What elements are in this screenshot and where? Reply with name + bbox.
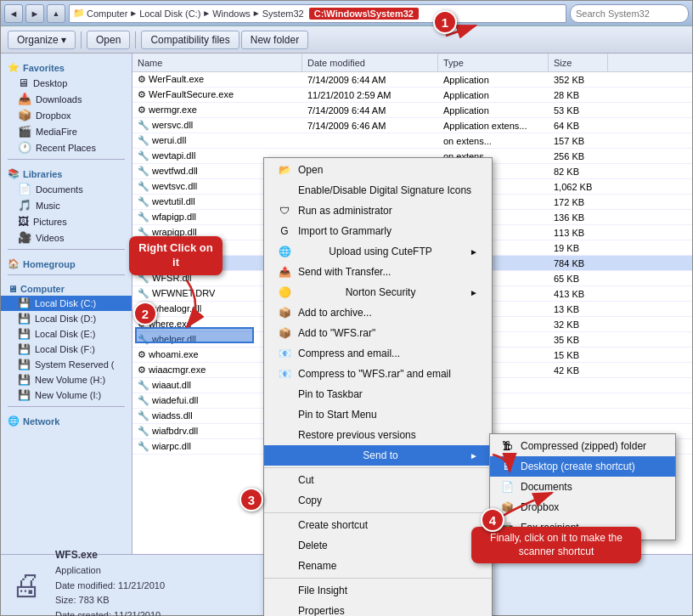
address-bar[interactable]: 📁 Computer ► Local Disk (C:) ► Windows ►… <box>69 4 566 23</box>
ctx-item-label: Norton Security <box>346 286 416 298</box>
context-menu-item[interactable]: GImport to Grammarly <box>264 221 492 241</box>
open-button[interactable]: Open <box>87 31 130 49</box>
ctx-item-icon <box>278 408 291 421</box>
file-type-cell: Application <box>438 105 549 116</box>
ctx-item-icon <box>278 428 291 442</box>
file-size-cell: 13 KB <box>549 304 608 314</box>
sidebar-item-desktop[interactable]: 🖥 Desktop <box>1 75 132 91</box>
context-menu-item[interactable]: Enable/Disable Digital Signature Icons <box>264 180 492 201</box>
context-menu-item[interactable]: File Insight <box>264 580 492 601</box>
col-name-header[interactable]: Name <box>132 54 302 71</box>
context-menu-item[interactable]: Send to► <box>264 445 492 466</box>
sidebar-item-dropbox[interactable]: 📦 Dropbox <box>1 107 132 123</box>
up-button[interactable]: ▲ <box>47 4 65 23</box>
context-menu-item[interactable]: Delete <box>264 535 492 556</box>
context-menu-item[interactable]: Restore previous versions <box>264 425 492 445</box>
file-size-cell: 35 KB <box>549 335 608 345</box>
sidebar-homegroup-header[interactable]: 🏠 Homegroup <box>1 253 132 271</box>
sidebar-item-local-f[interactable]: 💾 Local Disk (F:) <box>1 342 132 357</box>
ctx-item-label: Rename <box>298 560 336 572</box>
sidebar-libraries-header[interactable]: 📚 Libraries <box>1 163 132 181</box>
context-menu-item[interactable]: Rename <box>264 556 492 576</box>
context-menu-item[interactable]: 📦Add to "WFS.rar" <box>264 323 492 343</box>
submenu-item[interactable]: 📦Dropbox <box>490 497 675 517</box>
newfolder-button[interactable]: New folder <box>241 31 308 49</box>
ctx-item-label: Properties <box>298 605 345 616</box>
submenu-item[interactable]: 📄Documents <box>490 477 675 497</box>
context-menu-item[interactable]: Cut <box>264 470 492 490</box>
sidebar-divider-4 <box>8 406 125 407</box>
file-row[interactable]: 🔧wersvc.dll 7/14/2009 6:46 AM Applicatio… <box>132 118 692 133</box>
col-size-header[interactable]: Size <box>549 54 608 71</box>
sidebar-network-header[interactable]: 🌐 Network <box>1 410 132 428</box>
search-input[interactable] <box>570 4 689 23</box>
annotation-badge-3: 3 <box>239 488 263 511</box>
compat-button[interactable]: Compatibility files <box>141 31 239 49</box>
annotation-badge-2: 2 <box>133 302 157 325</box>
col-date-header[interactable]: Date modified <box>302 54 438 71</box>
context-menu-item[interactable]: Pin to Taskbar <box>264 384 492 404</box>
file-name-cell: ⚙wermgr.exe <box>132 105 302 116</box>
sidebar-item-mediafire[interactable]: 🎬 MediaFire <box>1 123 132 139</box>
file-row[interactable]: ⚙WerFaultSecure.exe 11/21/2010 2:59 AM A… <box>132 88 692 103</box>
ctx-item-icon: 📂 <box>278 163 291 177</box>
submenu-item[interactable]: 🖥Desktop (create shortcut) <box>490 456 675 477</box>
context-menu-item[interactable]: Create shortcut <box>264 515 492 535</box>
sidebar-item-local-e[interactable]: 💾 Local Disk (E:) <box>1 326 132 342</box>
sidebar-item-local-d[interactable]: 💾 Local Disk (D:) <box>1 311 132 326</box>
sidebar-item-recent[interactable]: 🕐 Recent Places <box>1 139 132 155</box>
sidebar-item-volume-h[interactable]: 💾 New Volume (H:) <box>1 372 132 387</box>
context-menu-item[interactable]: 🌐Upload using CuteFTP► <box>264 241 492 262</box>
sidebar-item-local-c[interactable]: 💾 Local Disk (C:) <box>1 296 132 311</box>
file-row[interactable]: 🔧werui.dll on extens... 157 KB <box>132 133 692 149</box>
address-arrow: ► <box>129 8 138 18</box>
context-menu-item[interactable]: 📂Open <box>264 160 492 180</box>
context-menu-item[interactable]: 📧Compress to "WFS.rar" and email <box>264 364 492 384</box>
file-size-cell: 19 KB <box>549 243 608 253</box>
ctx-item-icon: 🟡 <box>278 285 291 299</box>
submenu-icon: 📦 <box>500 500 514 514</box>
context-menu-item[interactable]: Pin to Start Menu <box>264 404 492 425</box>
forward-button[interactable]: ► <box>25 4 44 23</box>
ctx-item-label: Cut <box>298 474 314 486</box>
ctx-item-icon: 📦 <box>278 326 291 340</box>
sidebar-item-downloads[interactable]: 📥 Downloads <box>1 91 132 107</box>
sidebar-divider-1 <box>8 159 125 160</box>
context-menu-item[interactable]: 🟡Norton Security► <box>264 282 492 302</box>
pictures-icon: 🖼 <box>18 215 29 228</box>
submenu-item[interactable]: 🗜Compressed (zipped) folder <box>490 436 675 456</box>
right-click-bubble: Right Click on it <box>129 236 223 275</box>
back-button[interactable]: ◄ <box>4 4 23 23</box>
sidebar-item-documents[interactable]: 📄 Documents <box>1 181 132 197</box>
sysres-icon: 💾 <box>18 359 31 370</box>
file-icon: 🔧 <box>138 395 149 405</box>
sidebar-favorites-header[interactable]: ⭐ Favorites <box>1 57 132 75</box>
status-size: Size: 783 KB <box>55 593 165 608</box>
sidebar-divider-2 <box>8 249 125 250</box>
file-icon: 🔧 <box>138 120 149 130</box>
file-icon: 🔧 <box>138 426 149 436</box>
sidebar-computer-header[interactable]: 🖥 Computer <box>1 279 132 296</box>
context-menu-item[interactable]: 🛡Run as administrator <box>264 201 492 221</box>
sidebar-item-volume-i[interactable]: 💾 New Volume (I:) <box>1 387 132 403</box>
file-row[interactable]: ⚙wermgr.exe 7/14/2009 6:44 AM Applicatio… <box>132 103 692 118</box>
sidebar-item-music[interactable]: 🎵 Music <box>1 197 132 213</box>
file-size-cell: 64 KB <box>549 121 608 131</box>
organize-button[interactable]: Organize ▾ <box>8 31 76 49</box>
ctx-item-icon: 📧 <box>278 347 291 360</box>
status-info: WFS.exe Application Date modified: 11/21… <box>55 547 165 616</box>
sidebar-item-pictures[interactable]: 🖼 Pictures <box>1 213 132 229</box>
sidebar-item-videos[interactable]: 🎥 Videos <box>1 229 132 246</box>
vol-h-icon: 💾 <box>18 374 31 386</box>
context-menu-item[interactable]: Copy <box>264 490 492 511</box>
drive-c-icon: 💾 <box>18 297 31 309</box>
context-menu-item[interactable]: Properties <box>264 601 492 616</box>
context-menu-separator <box>264 512 492 513</box>
file-type-cell: Application <box>438 90 549 100</box>
context-menu-item[interactable]: 📦Add to archive... <box>264 302 492 323</box>
context-menu-item[interactable]: 📤Send with Transfer... <box>264 262 492 282</box>
col-type-header[interactable]: Type <box>438 54 549 71</box>
sidebar-item-system-reserved[interactable]: 💾 System Reserved ( <box>1 357 132 372</box>
context-menu-item[interactable]: 📧Compress and email... <box>264 343 492 364</box>
file-row[interactable]: ⚙WerFault.exe 7/14/2009 6:44 AM Applicat… <box>132 72 692 88</box>
